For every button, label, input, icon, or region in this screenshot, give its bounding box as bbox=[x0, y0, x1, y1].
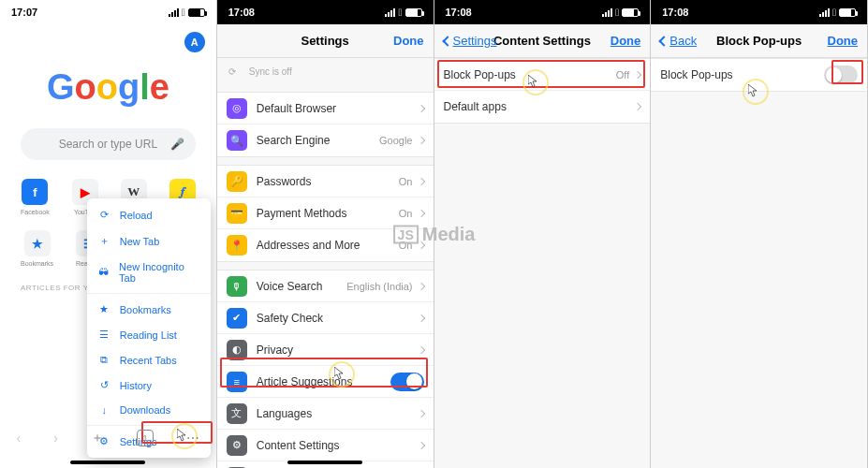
search-input[interactable]: Search or type URL 🎤 bbox=[21, 128, 196, 160]
chevron-right-icon bbox=[417, 137, 424, 144]
status-bar: 17:08 􀙇 bbox=[434, 0, 651, 24]
plus-icon: ＋ bbox=[98, 234, 110, 248]
shortcut-bookmarks[interactable]: ★Bookmarks bbox=[21, 230, 53, 267]
panel-settings: 17:08 􀙇 Settings Done ⟳Sync is off ◎Defa… bbox=[217, 0, 434, 468]
row-safety[interactable]: ✔Safety Check bbox=[217, 302, 434, 334]
language-icon: 文 bbox=[227, 403, 247, 424]
back-button[interactable]: Back bbox=[660, 34, 697, 48]
tabs-icon: ⧉ bbox=[98, 354, 110, 366]
chevron-right-icon bbox=[417, 104, 424, 111]
row-default-apps[interactable]: Default apps bbox=[434, 91, 651, 123]
status-icons: 􀙇 bbox=[602, 7, 639, 18]
privacy-icon: ◐ bbox=[227, 340, 247, 360]
list-icon: ☰ bbox=[98, 329, 110, 341]
sync-status: ⟳Sync is off bbox=[217, 58, 434, 84]
status-bar: 17:07 􀙇 bbox=[0, 0, 216, 24]
done-button[interactable]: Done bbox=[828, 34, 859, 48]
panel-home: 17:07 􀙇 A Google Search or type URL 🎤 fF… bbox=[0, 0, 217, 468]
row-search-engine[interactable]: 🔍Search EngineGoogle bbox=[217, 124, 434, 156]
star-icon: ★ bbox=[98, 303, 110, 315]
home-indicator bbox=[70, 461, 145, 464]
mic-icon: 🎙 bbox=[227, 276, 247, 297]
reload-icon: ⟳ bbox=[98, 209, 110, 221]
history-icon: ↺ bbox=[98, 379, 110, 391]
chevron-left-icon bbox=[442, 36, 452, 46]
new-tab-button[interactable]: ＋ bbox=[91, 430, 104, 446]
avatar[interactable]: A bbox=[184, 32, 205, 52]
status-bar: 17:08 􀙇 bbox=[217, 0, 434, 24]
forward-button[interactable]: › bbox=[53, 431, 58, 446]
chevron-right-icon bbox=[417, 241, 424, 249]
gear-icon: ⚙ bbox=[227, 435, 247, 456]
done-button[interactable]: Done bbox=[611, 34, 641, 48]
compass-icon: ◎ bbox=[227, 98, 247, 119]
home-indicator bbox=[287, 461, 362, 464]
nav-header: Settings Done bbox=[217, 24, 434, 58]
row-payment[interactable]: 💳Payment MethodsOn bbox=[217, 197, 434, 229]
menu-reading[interactable]: ☰Reading List bbox=[87, 322, 211, 347]
chevron-right-icon bbox=[417, 177, 424, 184]
menu-history[interactable]: ↺History bbox=[87, 373, 211, 398]
chevron-right-icon bbox=[634, 70, 641, 78]
nav-header: Back Block Pop-ups Done bbox=[651, 24, 867, 58]
status-icons: 􀙇 bbox=[169, 7, 205, 18]
mic-icon[interactable]: 🎤 bbox=[170, 138, 184, 151]
toggle-block-popups[interactable] bbox=[824, 66, 858, 84]
back-button[interactable]: ‹ bbox=[17, 431, 22, 446]
chevron-right-icon bbox=[417, 282, 424, 289]
key-icon: 🔑 bbox=[227, 171, 247, 192]
status-icons: 􀙇 bbox=[819, 7, 856, 18]
row-passwords[interactable]: 🔑PasswordsOn bbox=[217, 166, 434, 197]
status-bar: 17:08 􀙇 bbox=[651, 0, 867, 24]
row-default-browser[interactable]: ◎Default Browser bbox=[217, 93, 434, 124]
back-button[interactable]: Settings bbox=[444, 34, 497, 48]
chevron-left-icon bbox=[659, 36, 669, 46]
chevron-right-icon bbox=[417, 345, 424, 353]
clock: 17:08 bbox=[662, 7, 688, 18]
toolbar: ‹ › ＋ 1 ⋯ bbox=[0, 421, 216, 455]
row-block-popups[interactable]: Block Pop-upsOff bbox=[434, 59, 651, 91]
panel-content-settings: 17:08 􀙇 Settings Content Settings Done B… bbox=[434, 0, 652, 468]
chevron-right-icon bbox=[417, 314, 424, 321]
card-icon: 💳 bbox=[227, 203, 247, 224]
row-languages[interactable]: 文Languages bbox=[217, 398, 434, 430]
shortcut-facebook[interactable]: fFacebook bbox=[21, 179, 50, 215]
chevron-right-icon bbox=[417, 209, 424, 216]
toggle-article[interactable] bbox=[390, 373, 424, 391]
row-block-popups-toggle: Block Pop-ups bbox=[651, 59, 867, 91]
location-icon: 📍 bbox=[227, 235, 247, 256]
article-icon: ≡ bbox=[227, 372, 247, 392]
tabs-button[interactable]: 1 bbox=[137, 430, 154, 446]
chevron-right-icon bbox=[634, 103, 641, 110]
row-addresses[interactable]: 📍Addresses and MoreOn bbox=[217, 229, 434, 261]
menu-incognito[interactable]: 🕶New Incognito Tab bbox=[87, 255, 211, 290]
chevron-right-icon bbox=[417, 409, 424, 417]
menu-button[interactable]: ⋯ bbox=[186, 431, 199, 446]
clock: 17:08 bbox=[446, 7, 472, 18]
overflow-menu: ⟳Reload ＋New Tab 🕶New Incognito Tab ★Boo… bbox=[87, 198, 211, 458]
download-icon: ↓ bbox=[98, 404, 110, 416]
clock: 17:08 bbox=[228, 7, 255, 18]
incognito-icon: 🕶 bbox=[98, 267, 110, 278]
status-icons: 􀙇 bbox=[385, 7, 421, 18]
search-icon: 🔍 bbox=[227, 130, 247, 151]
menu-new-tab[interactable]: ＋New Tab bbox=[87, 227, 211, 255]
google-logo: Google bbox=[0, 67, 216, 108]
row-privacy[interactable]: ◐Privacy bbox=[217, 334, 434, 366]
done-button[interactable]: Done bbox=[393, 34, 424, 48]
clock: 17:07 bbox=[11, 7, 37, 18]
row-article-suggestions[interactable]: ≡Article Suggestions bbox=[217, 366, 434, 398]
nav-header: Settings Content Settings Done bbox=[434, 24, 651, 58]
panel-block-popups: 17:08 􀙇 Back Block Pop-ups Done Block Po… bbox=[651, 0, 868, 468]
menu-bookmarks[interactable]: ★Bookmarks bbox=[87, 297, 211, 322]
menu-reload[interactable]: ⟳Reload bbox=[87, 202, 211, 227]
omnibox-placeholder: Search or type URL bbox=[59, 138, 157, 151]
menu-downloads[interactable]: ↓Downloads bbox=[87, 398, 211, 422]
row-content-settings[interactable]: ⚙Content Settings bbox=[217, 430, 434, 461]
menu-recent[interactable]: ⧉Recent Tabs bbox=[87, 347, 211, 373]
row-voice[interactable]: 🎙Voice SearchEnglish (India) bbox=[217, 271, 434, 302]
chevron-right-icon bbox=[417, 441, 424, 448]
shield-icon: ✔ bbox=[227, 308, 247, 329]
